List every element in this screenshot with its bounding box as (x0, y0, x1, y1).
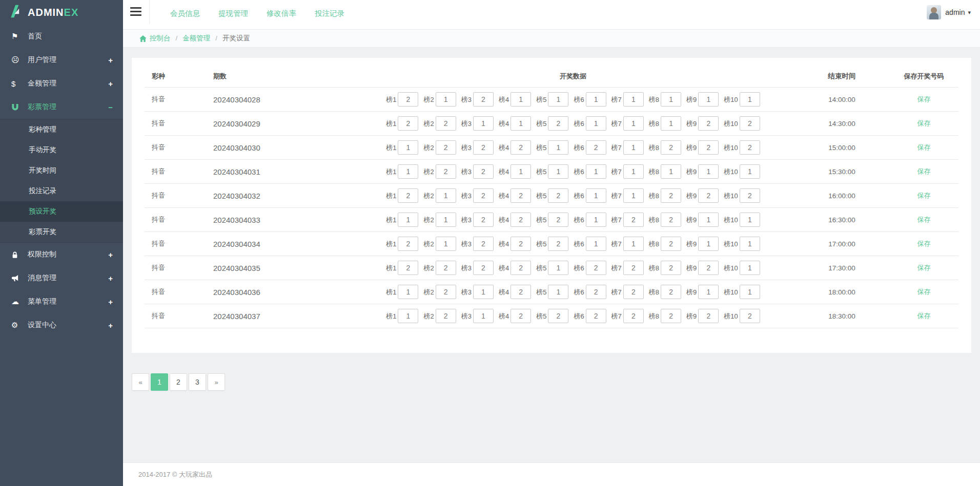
sidebar-item-finance[interactable]: $金额管理+ (0, 72, 123, 95)
sidebar-item-permissions[interactable]: 权限控制+ (0, 243, 123, 266)
rank-7-input[interactable] (623, 92, 644, 107)
sidebar-subitem-preset-draw[interactable]: 预设开奖 (0, 201, 123, 222)
sidebar-item-messages[interactable]: 消息管理+ (0, 266, 123, 290)
rank-10-input[interactable] (740, 261, 760, 275)
rank-6-input[interactable] (586, 92, 606, 107)
rank-1-input[interactable] (398, 92, 418, 107)
save-link[interactable]: 保存 (917, 216, 931, 223)
rank-7-input[interactable] (623, 213, 644, 227)
rank-4-input[interactable] (511, 116, 531, 131)
rank-9-input[interactable] (698, 213, 719, 227)
rank-10-input[interactable] (740, 188, 760, 203)
rank-10-input[interactable] (740, 92, 760, 107)
save-link[interactable]: 保存 (917, 192, 931, 199)
rank-9-input[interactable] (698, 164, 719, 179)
rank-6-input[interactable] (586, 213, 606, 227)
rank-5-input[interactable] (548, 213, 568, 227)
rank-1-input[interactable] (398, 213, 418, 227)
rank-8-input[interactable] (661, 261, 681, 275)
breadcrumb-link-0[interactable]: 控制台 (150, 34, 171, 42)
rank-4-input[interactable] (511, 261, 531, 275)
save-link[interactable]: 保存 (917, 312, 931, 320)
sidebar-subitem-manual-draw[interactable]: 手动开奖 (0, 140, 123, 160)
rank-8-input[interactable] (661, 237, 681, 251)
menu-toggle-button[interactable] (123, 0, 150, 24)
rank-10-input[interactable] (740, 285, 760, 299)
rank-2-input[interactable] (436, 116, 456, 131)
user-menu[interactable]: admin ▾ (927, 0, 980, 19)
rank-6-input[interactable] (586, 116, 606, 131)
rank-5-input[interactable] (548, 92, 568, 107)
rank-1-input[interactable] (398, 285, 418, 299)
rank-7-input[interactable] (623, 261, 644, 275)
save-link[interactable]: 保存 (917, 167, 931, 175)
rank-3-input[interactable] (473, 285, 494, 299)
rank-2-input[interactable] (436, 237, 456, 251)
rank-6-input[interactable] (586, 188, 606, 203)
rank-7-input[interactable] (623, 116, 644, 131)
rank-9-input[interactable] (698, 92, 719, 107)
save-link[interactable]: 保存 (917, 95, 931, 103)
sidebar-item-users[interactable]: ☹用户管理+ (0, 48, 123, 72)
rank-3-input[interactable] (473, 164, 494, 179)
save-link[interactable]: 保存 (917, 240, 931, 247)
sidebar-subitem-lottery-types[interactable]: 彩种管理 (0, 119, 123, 140)
rank-4-input[interactable] (511, 309, 531, 323)
rank-8-input[interactable] (661, 92, 681, 107)
rank-7-input[interactable] (623, 309, 644, 323)
pagination-prev-button[interactable]: « (132, 373, 149, 391)
rank-8-input[interactable] (661, 309, 681, 323)
rank-2-input[interactable] (436, 164, 456, 179)
rank-4-input[interactable] (511, 188, 531, 203)
rank-7-input[interactable] (623, 188, 644, 203)
rank-10-input[interactable] (740, 309, 760, 323)
pagination-page-1[interactable]: 1 (151, 373, 168, 391)
rank-1-input[interactable] (398, 309, 418, 323)
rank-5-input[interactable] (548, 309, 568, 323)
save-link[interactable]: 保存 (917, 143, 931, 151)
rank-10-input[interactable] (740, 116, 760, 131)
rank-5-input[interactable] (548, 237, 568, 251)
rank-10-input[interactable] (740, 237, 760, 251)
rank-6-input[interactable] (586, 237, 606, 251)
rank-1-input[interactable] (398, 237, 418, 251)
rank-10-input[interactable] (740, 213, 760, 227)
rank-2-input[interactable] (436, 140, 456, 155)
rank-9-input[interactable] (698, 116, 719, 131)
rank-6-input[interactable] (586, 309, 606, 323)
rank-1-input[interactable] (398, 116, 418, 131)
rank-3-input[interactable] (473, 213, 494, 227)
rank-2-input[interactable] (436, 309, 456, 323)
rank-9-input[interactable] (698, 237, 719, 251)
rank-7-input[interactable] (623, 285, 644, 299)
rank-3-input[interactable] (473, 188, 494, 203)
rank-2-input[interactable] (436, 261, 456, 275)
rank-7-input[interactable] (623, 164, 644, 179)
rank-7-input[interactable] (623, 237, 644, 251)
topnav-link-0[interactable]: 会员信息 (170, 9, 200, 18)
rank-8-input[interactable] (661, 116, 681, 131)
topnav-link-1[interactable]: 提现管理 (218, 9, 248, 18)
rank-3-input[interactable] (473, 140, 494, 155)
rank-8-input[interactable] (661, 164, 681, 179)
sidebar-item-lottery[interactable]: 彩票管理− (0, 95, 123, 119)
rank-4-input[interactable] (511, 285, 531, 299)
rank-2-input[interactable] (436, 213, 456, 227)
rank-6-input[interactable] (586, 140, 606, 155)
rank-5-input[interactable] (548, 164, 568, 179)
rank-1-input[interactable] (398, 188, 418, 203)
rank-9-input[interactable] (698, 309, 719, 323)
rank-2-input[interactable] (436, 92, 456, 107)
rank-3-input[interactable] (473, 261, 494, 275)
rank-3-input[interactable] (473, 116, 494, 131)
rank-1-input[interactable] (398, 140, 418, 155)
rank-5-input[interactable] (548, 188, 568, 203)
sidebar-subitem-bet-records[interactable]: 投注记录 (0, 181, 123, 201)
rank-1-input[interactable] (398, 261, 418, 275)
rank-5-input[interactable] (548, 261, 568, 275)
rank-10-input[interactable] (740, 140, 760, 155)
rank-7-input[interactable] (623, 140, 644, 155)
rank-9-input[interactable] (698, 188, 719, 203)
rank-3-input[interactable] (473, 309, 494, 323)
rank-6-input[interactable] (586, 261, 606, 275)
